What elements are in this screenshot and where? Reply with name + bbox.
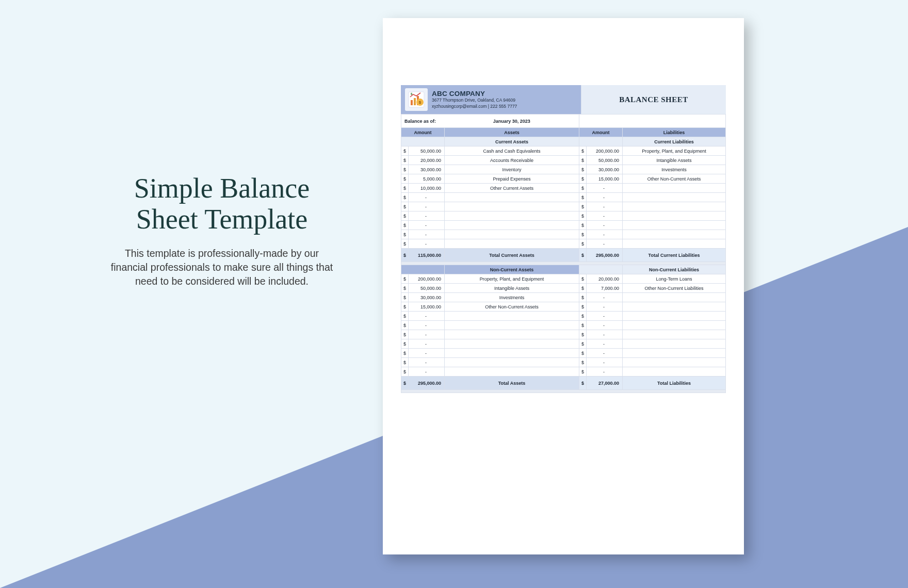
liability-amount: - — [587, 321, 623, 330]
table-row: $-$- — [401, 211, 726, 221]
liability-label — [623, 230, 726, 239]
liability-label — [623, 221, 726, 230]
table-row: $50,000.00Cash and Cash Equivalents$200,… — [401, 146, 726, 156]
currency-symbol: $ — [579, 239, 587, 249]
svg-text:$: $ — [419, 100, 421, 105]
table-row: $10,000.00Other Current Assets$- — [401, 184, 726, 193]
asset-label — [445, 221, 579, 230]
liability-amount: 15,000.00 — [587, 174, 623, 184]
asset-label — [445, 202, 579, 211]
table-row: $-$- — [401, 349, 726, 358]
liability-label — [623, 184, 726, 193]
liability-label: Long-Term Loans — [623, 274, 726, 284]
liability-label — [623, 211, 726, 221]
svg-rect-2 — [414, 98, 416, 105]
total-liab-label: Total Liabilities — [623, 377, 726, 390]
asset-label: Property, Plant, and Equipment — [445, 274, 579, 284]
asset-label: Cash and Cash Equivalents — [445, 146, 579, 156]
currency-symbol: $ — [401, 230, 409, 239]
currency-symbol: $ — [401, 211, 409, 221]
currency-symbol: $ — [401, 293, 409, 302]
liability-amount: 20,000.00 — [587, 274, 623, 284]
liability-label — [623, 339, 726, 349]
currency-symbol: $ — [579, 358, 587, 367]
ca-title: Current Assets — [445, 137, 579, 146]
currency-symbol: $ — [401, 239, 409, 249]
currency-symbol: $ — [579, 284, 587, 293]
liability-amount: 200,000.00 — [587, 146, 623, 156]
asset-label — [445, 339, 579, 349]
liability-label — [623, 358, 726, 367]
asset-label — [445, 230, 579, 239]
total-assets-amount: 295,000.00 — [409, 377, 445, 390]
liability-label — [623, 330, 726, 339]
liability-label — [623, 367, 726, 377]
liability-label — [623, 302, 726, 312]
liability-amount: - — [587, 367, 623, 377]
liability-amount: - — [587, 358, 623, 367]
balance-sheet-table: Balance as of: January 30, 2023 Amount A… — [401, 114, 726, 393]
currency-symbol: $ — [401, 349, 409, 358]
table-row: $-$- — [401, 239, 726, 249]
currency-symbol: $ — [401, 249, 409, 262]
asset-label: Other Non-Current Assets — [445, 302, 579, 312]
table-row: $-$- — [401, 221, 726, 230]
asset-label: Inventory — [445, 165, 579, 174]
currency-symbol: $ — [401, 302, 409, 312]
asset-amount: - — [409, 339, 445, 349]
currency-symbol: $ — [401, 367, 409, 377]
col-liabilities: Liabilities — [623, 128, 726, 137]
table-row: $-$- — [401, 367, 726, 377]
balance-asof-row: Balance as of: January 30, 2023 — [401, 115, 726, 128]
currency-symbol: $ — [579, 211, 587, 221]
table-row: $-$- — [401, 358, 726, 367]
liability-label: Intangible Assets — [623, 156, 726, 165]
totals-final-row: $ 295,000.00 Total Assets $ 27,000.00 To… — [401, 377, 726, 390]
asset-label — [445, 367, 579, 377]
company-header: $ $ ABC COMPANY 3677 Thompson Drive, Oak… — [401, 85, 581, 114]
liability-amount: - — [587, 239, 623, 249]
currency-symbol: $ — [579, 193, 587, 202]
asset-label — [445, 349, 579, 358]
liability-label — [623, 202, 726, 211]
currency-symbol: $ — [401, 377, 409, 390]
ncl-title: Non-Current Liabilities — [623, 265, 726, 274]
liability-label: Investments — [623, 165, 726, 174]
table-row: $-$- — [401, 193, 726, 202]
currency-symbol: $ — [579, 312, 587, 321]
currency-symbol: $ — [579, 339, 587, 349]
asset-amount: - — [409, 211, 445, 221]
currency-symbol: $ — [401, 312, 409, 321]
currency-symbol: $ — [579, 274, 587, 284]
table-row: $30,000.00Investments$- — [401, 293, 726, 302]
liability-amount: 30,000.00 — [587, 165, 623, 174]
liability-amount: - — [587, 184, 623, 193]
total-assets-label: Total Assets — [445, 377, 579, 390]
section-noncurrent-header: Non-Current Assets Non-Current Liabiliti… — [401, 265, 726, 274]
table-row: $-$- — [401, 339, 726, 349]
liability-amount: - — [587, 202, 623, 211]
currency-symbol: $ — [579, 146, 587, 156]
asof-label: Balance as of: — [401, 115, 445, 128]
asset-amount: 20,000.00 — [409, 156, 445, 165]
asset-amount: - — [409, 312, 445, 321]
table-row: $200,000.00Property, Plant, and Equipmen… — [401, 274, 726, 284]
table-row: $15,000.00Other Non-Current Assets$- — [401, 302, 726, 312]
total-ca-label: Total Current Assets — [445, 249, 579, 262]
liability-label — [623, 349, 726, 358]
liability-amount: - — [587, 221, 623, 230]
asset-amount: 50,000.00 — [409, 284, 445, 293]
section-current-header: Current Assets Current Liabilities — [401, 137, 726, 146]
currency-symbol: $ — [579, 330, 587, 339]
currency-symbol: $ — [579, 302, 587, 312]
currency-symbol: $ — [401, 274, 409, 284]
total-ca-amount: 115,000.00 — [409, 249, 445, 262]
currency-symbol: $ — [401, 165, 409, 174]
currency-symbol: $ — [579, 367, 587, 377]
table-row: $20,000.00Accounts Receivable$50,000.00I… — [401, 156, 726, 165]
currency-symbol: $ — [401, 284, 409, 293]
asset-amount: 10,000.00 — [409, 184, 445, 193]
liability-amount: - — [587, 312, 623, 321]
company-info: ABC COMPANY 3677 Thompson Drive, Oakland… — [432, 90, 517, 109]
column-header-row: Amount Assets Amount Liabilities — [401, 128, 726, 137]
